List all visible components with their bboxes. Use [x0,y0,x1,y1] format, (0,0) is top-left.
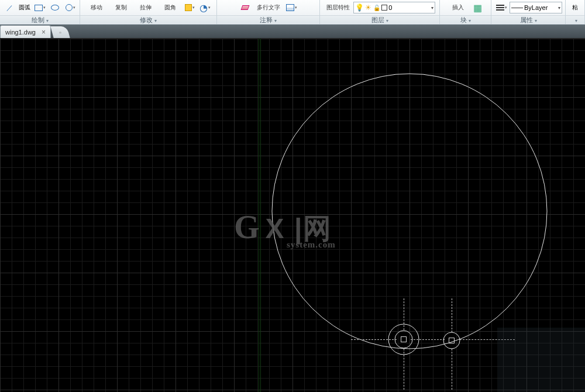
ribbon-group-modify: 移动 复制 拉伸 圆角 ▾ ◔▾ 修改 [80,0,217,24]
layer-properties-button[interactable]: 图层特性 [324,1,352,15]
copy-button[interactable]: 复制 [109,1,133,15]
lock-icon: 🔓 [373,5,380,11]
block-edit-button[interactable]: ▦ [471,1,485,14]
eraser-icon [240,5,249,10]
layer-selector-dropdown[interactable]: 💡 ☀ 🔓 0 ▾ [353,2,435,13]
linetype-preview-icon [511,8,523,8]
circle-tool-button[interactable]: ▾ [63,1,77,14]
overflow-button[interactable]: 粘 [568,1,582,14]
ribbon-label-layers: 图层 [320,15,439,23]
ribbon-label-draw: 绘制 [0,15,80,23]
document-tab-bar: wing1.dwg × ▫ [0,25,585,39]
line-tool-button[interactable]: ／ [2,1,16,14]
chevron-down-icon: ▾ [431,5,433,11]
ribbon-group-draw: ／ 圆弧 ▾ ▾ 绘制 [0,0,80,24]
new-tab-button[interactable]: ▫ [50,26,70,38]
rectangle-icon [35,5,43,11]
ribbon-group-layers: 图层特性 💡 ☀ 🔓 0 ▾ 图层 [320,0,440,24]
table-button[interactable]: ▾ [285,1,299,14]
linetype-value: ByLayer [524,4,548,11]
insert-block-button[interactable]: 插入 [446,1,470,15]
table-icon [286,4,294,11]
color-icon [185,4,192,11]
file-tab-active[interactable]: wing1.dwg × [0,25,51,38]
ellipse-icon [51,5,59,11]
list-icon [496,7,504,8]
ribbon-group-annotate: 多行文字 ▾ 注释 [217,0,320,24]
ribbon-group-properties: ▾ ByLayer ▾ 属性 [491,0,566,24]
watermark: G X |网 system.com [234,208,332,247]
ribbon-group-overflow: 粘 [566,0,585,24]
ribbon-group-block: 插入 ▦ 块 [440,0,491,24]
selection-highlight-area [497,328,585,392]
fillet-button[interactable]: 圆角 [159,1,182,15]
crosshair-segment [404,298,404,330]
ribbon-label-annotate: 注释 [217,15,319,23]
arc-tool-button[interactable]: 圆弧 [18,1,32,14]
crosshair-segment [411,339,445,340]
file-tab-title: wing1.dwg [5,29,36,36]
erase-button[interactable] [238,1,252,14]
ribbon-label-modify: 修改 [80,15,216,23]
ellipse-tool-button[interactable] [48,1,62,14]
stretch-button[interactable]: 拉伸 [134,1,157,15]
drawing-viewport[interactable]: G X |网 system.com [0,39,585,392]
ribbon-toolbar: ／ 圆弧 ▾ ▾ 绘制 移动 复制 拉伸 圆角 ▾ ◔▾ 修改 多行文字 ▾ 注… [0,0,585,25]
circle-icon [66,4,73,11]
modify-extra-button[interactable]: ◔▾ [198,1,212,14]
crosshair-segment [452,349,452,390]
rectangle-tool-button[interactable]: ▾ [33,1,47,14]
linetype-selector-dropdown[interactable]: ByLayer ▾ [510,2,562,13]
layer-name: 0 [388,4,392,11]
ribbon-label-overflow [566,15,584,23]
layer-color-swatch [381,5,387,11]
mtext-button[interactable]: 多行文字 [253,1,284,15]
chevron-down-icon: ▾ [558,5,560,11]
move-button[interactable]: 移动 [85,1,108,15]
crosshair-segment [452,298,452,332]
color-fill-button[interactable]: ▾ [183,1,197,14]
ribbon-label-block: 块 [440,15,491,23]
ribbon-label-properties: 属性 [491,15,565,23]
crosshair-segment [404,349,404,390]
close-tab-button[interactable]: × [42,28,46,36]
sun-icon: ☀ [365,4,372,11]
cursor-pickbox [449,338,455,343]
properties-list-button[interactable]: ▾ [494,1,508,14]
lightbulb-icon: 💡 [355,4,364,12]
cursor-pickbox [401,336,407,342]
watermark-subtext: system.com [287,240,336,250]
watermark-letter: G [234,208,261,246]
plus-icon: ▫ [59,29,61,36]
crosshair-segment [351,339,397,340]
